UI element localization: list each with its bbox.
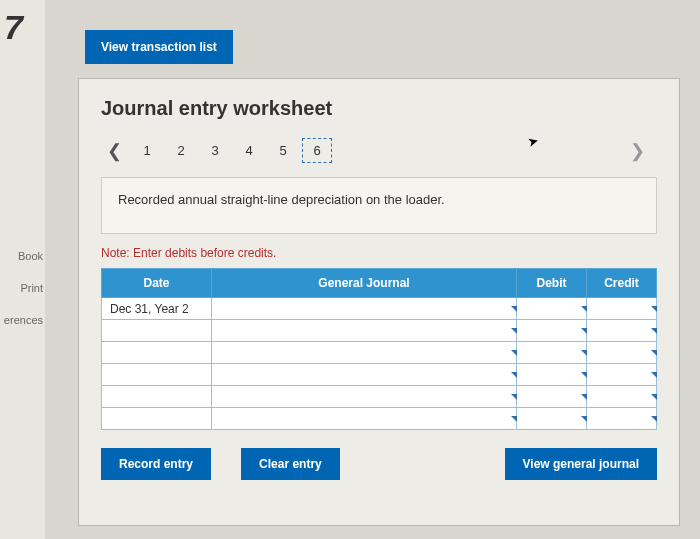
view-general-journal-button[interactable]: View general journal (505, 448, 657, 480)
button-row: Record entry Clear entry View general jo… (101, 448, 657, 480)
panel-title: Journal entry worksheet (101, 97, 657, 120)
journal-tbody: Dec 31, Year 2 (102, 298, 657, 430)
cell-credit[interactable] (587, 364, 657, 386)
cell-date[interactable] (102, 386, 212, 408)
pager-page-1[interactable]: 1 (132, 139, 162, 162)
journal-table: Date General Journal Debit Credit Dec 31… (101, 268, 657, 430)
side-links: Book Print erences (0, 240, 43, 336)
logo: 7 (4, 8, 34, 38)
pager-page-4[interactable]: 4 (234, 139, 264, 162)
cell-credit[interactable] (587, 320, 657, 342)
table-row (102, 364, 657, 386)
clear-entry-button[interactable]: Clear entry (241, 448, 340, 480)
th-credit: Credit (587, 269, 657, 298)
table-row (102, 342, 657, 364)
cell-debit[interactable] (517, 408, 587, 430)
pager-page-6[interactable]: 6 (302, 138, 332, 163)
pager-page-3[interactable]: 3 (200, 139, 230, 162)
th-general-journal: General Journal (212, 269, 517, 298)
cell-general-journal[interactable] (212, 386, 517, 408)
cell-debit[interactable] (517, 364, 587, 386)
cell-debit[interactable] (517, 386, 587, 408)
th-date: Date (102, 269, 212, 298)
cell-general-journal[interactable] (212, 298, 517, 320)
table-row (102, 408, 657, 430)
cell-credit[interactable] (587, 342, 657, 364)
cell-date[interactable] (102, 364, 212, 386)
side-link-print[interactable]: Print (0, 272, 43, 304)
pager-page-2[interactable]: 2 (166, 139, 196, 162)
cell-credit[interactable] (587, 408, 657, 430)
view-transaction-list-button[interactable]: View transaction list (85, 30, 233, 64)
side-link-references[interactable]: erences (0, 304, 43, 336)
cell-general-journal[interactable] (212, 408, 517, 430)
cell-general-journal[interactable] (212, 320, 517, 342)
cell-credit[interactable] (587, 298, 657, 320)
cell-debit[interactable] (517, 298, 587, 320)
pager-prev-icon[interactable]: ❮ (101, 140, 128, 162)
transaction-description: Recorded annual straight-line depreciati… (101, 177, 657, 234)
table-row (102, 320, 657, 342)
cell-date[interactable] (102, 342, 212, 364)
side-link-book[interactable]: Book (0, 240, 43, 272)
pager-next-icon[interactable]: ❯ (624, 140, 651, 162)
record-entry-button[interactable]: Record entry (101, 448, 211, 480)
cell-general-journal[interactable] (212, 364, 517, 386)
worksheet-panel: Journal entry worksheet ❮ 1 2 3 4 5 6 ❯ … (78, 78, 680, 526)
table-row (102, 386, 657, 408)
table-row: Dec 31, Year 2 (102, 298, 657, 320)
cell-debit[interactable] (517, 342, 587, 364)
cell-general-journal[interactable] (212, 342, 517, 364)
cell-date[interactable] (102, 408, 212, 430)
cell-date[interactable]: Dec 31, Year 2 (102, 298, 212, 320)
cell-date[interactable] (102, 320, 212, 342)
pager: ❮ 1 2 3 4 5 6 ❯ (101, 138, 657, 163)
note-text: Note: Enter debits before credits. (101, 246, 657, 260)
pager-page-5[interactable]: 5 (268, 139, 298, 162)
th-debit: Debit (517, 269, 587, 298)
cell-debit[interactable] (517, 320, 587, 342)
cell-credit[interactable] (587, 386, 657, 408)
